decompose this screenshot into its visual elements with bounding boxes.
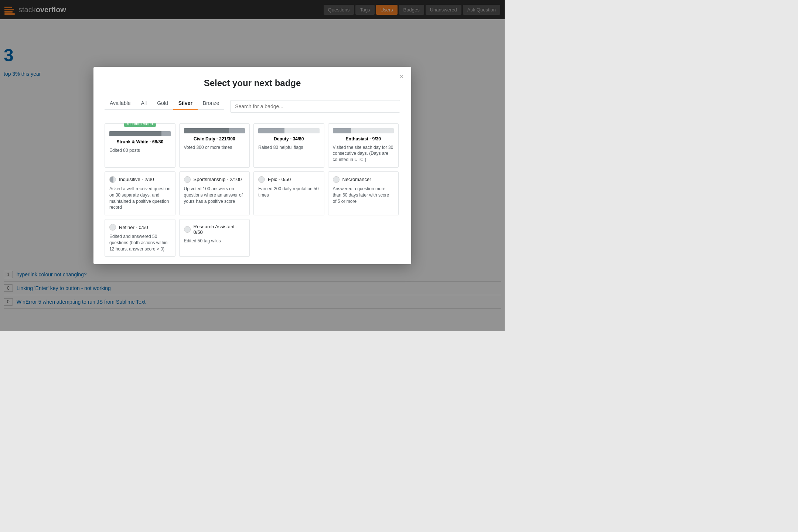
badge-card-deputy[interactable]: Deputy - 34/80 Raised 80 helpful flags: [253, 123, 324, 168]
badge-name-row-9: Research Assistant - 0/50: [184, 224, 245, 235]
badge-name-4: Inquisitive - 2/30: [119, 177, 154, 182]
badge-name-row-5: Sportsmanship - 2/100: [184, 176, 245, 183]
badge-card-civic-duty[interactable]: Civic Duty - 221/300 Voted 300 or more t…: [179, 123, 250, 168]
badge-dot-9: [184, 226, 191, 233]
badge-name-row-8: Refiner - 0/50: [109, 224, 171, 231]
badge-desc-6: Earned 200 daily reputation 50 times: [258, 186, 320, 198]
badge-dot-7: [333, 176, 340, 183]
badge-name-row-3: [333, 128, 394, 133]
tab-available[interactable]: Available: [105, 97, 136, 110]
badge-name-0: Strunk & White - 68/80: [109, 139, 171, 144]
recommended-tag: recommended: [124, 123, 156, 127]
badge-name-6: Epic - 0/50: [268, 177, 291, 182]
badge-card-refiner[interactable]: Refiner - 0/50 Edited and answered 50 qu…: [105, 219, 175, 257]
badge-dot-8: [109, 224, 116, 231]
badge-name-9: Research Assistant - 0/50: [194, 224, 245, 235]
badge-card-inquisitive[interactable]: Inquisitive - 2/30 Asked a well-received…: [105, 171, 175, 215]
badge-name-5: Sportsmanship - 2/100: [194, 177, 242, 182]
badge-name-7: Necromancer: [342, 177, 371, 182]
badge-desc-4: Asked a well-received question on 30 sep…: [109, 186, 171, 211]
badge-name-row-6: Epic - 0/50: [258, 176, 320, 183]
modal-close-button[interactable]: ×: [399, 73, 404, 80]
tab-bronze[interactable]: Bronze: [198, 97, 224, 110]
badge-card-epic[interactable]: Epic - 0/50 Earned 200 daily reputation …: [253, 171, 324, 215]
badge-desc-5: Up voted 100 answers on questions where …: [184, 186, 245, 204]
badge-card-enthusiast[interactable]: Enthusiast - 9/30 Visited the site each …: [328, 123, 399, 168]
badge-name-3: Enthusiast - 9/30: [333, 136, 394, 141]
badge-name-row-2: [258, 128, 320, 133]
badge-card-sportsmanship[interactable]: Sportsmanship - 2/100 Up voted 100 answe…: [179, 171, 250, 215]
badge-dot-5: [184, 176, 191, 183]
badge-card-strunk-white[interactable]: recommended Strunk & White - 68/80 Edite…: [105, 123, 175, 168]
badge-name-row-7: Necromancer: [333, 176, 394, 183]
badge-desc-9: Edited 50 tag wikis: [184, 238, 245, 244]
tab-gold[interactable]: Gold: [152, 97, 173, 110]
modal-overlay[interactable]: Select your next badge × Available All G…: [0, 0, 505, 331]
badge-dot-6: [258, 176, 265, 183]
tab-silver[interactable]: Silver: [173, 97, 198, 110]
badge-card-necromancer[interactable]: Necromancer Answered a question more tha…: [328, 171, 399, 215]
badge-selection-modal: Select your next badge × Available All G…: [93, 67, 411, 265]
badge-desc-3: Visited the site each day for 30 consecu…: [333, 144, 394, 163]
badge-name-8: Refiner - 0/50: [119, 225, 148, 230]
badge-grid: recommended Strunk & White - 68/80 Edite…: [105, 123, 400, 257]
badge-name-row-1: [184, 128, 245, 133]
modal-title: Select your next badge: [105, 78, 400, 88]
badge-name-1: Civic Duty - 221/300: [184, 136, 245, 141]
badge-name-row-0: [109, 131, 171, 136]
badge-desc-8: Edited and answered 50 questions (both a…: [109, 233, 171, 252]
badge-name-2: Deputy - 34/80: [258, 136, 320, 141]
badge-desc-1: Voted 300 or more times: [184, 144, 245, 151]
badge-desc-0: Edited 80 posts: [109, 147, 171, 154]
badge-tabs: Available All Gold Silver Bronze: [105, 97, 224, 110]
badge-card-research-assistant[interactable]: Research Assistant - 0/50 Edited 50 tag …: [179, 219, 250, 257]
badge-desc-2: Raised 80 helpful flags: [258, 144, 320, 151]
tabs-search-row: Available All Gold Silver Bronze: [105, 97, 400, 116]
badge-desc-7: Answered a question more than 60 days la…: [333, 186, 394, 204]
tab-all[interactable]: All: [136, 97, 152, 110]
badge-search-input[interactable]: [230, 100, 400, 113]
badge-name-row-4: Inquisitive - 2/30: [109, 176, 171, 183]
badge-dot-4: [109, 176, 116, 183]
